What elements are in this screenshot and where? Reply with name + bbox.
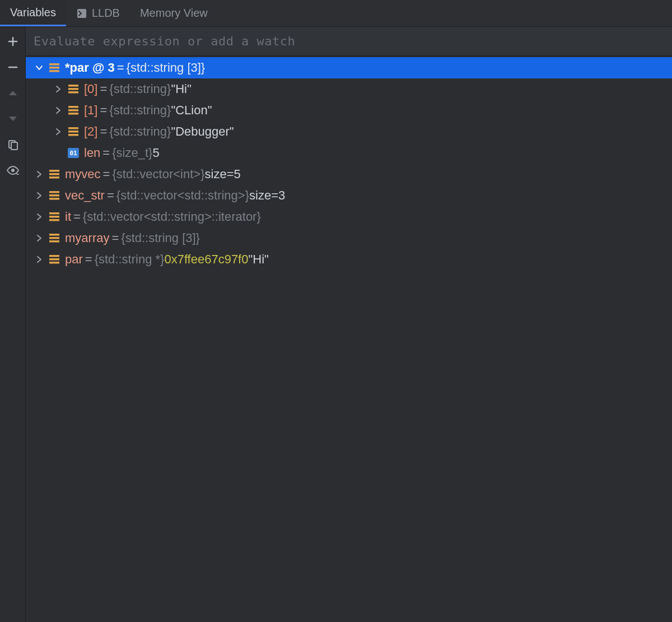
chevron-right-icon[interactable] bbox=[52, 125, 65, 138]
variable-name: vec_str bbox=[65, 188, 105, 203]
chevron-down-icon[interactable] bbox=[32, 61, 46, 75]
svg-rect-21 bbox=[49, 191, 59, 193]
struct-icon bbox=[48, 168, 60, 180]
svg-rect-7 bbox=[68, 85, 78, 87]
variable-name: [0] bbox=[84, 82, 97, 96]
svg-rect-9 bbox=[68, 91, 78, 94]
variable-row-myvec[interactable]: myvec = {std::vector<int>} size=5 bbox=[26, 164, 672, 185]
chevron-right-icon[interactable] bbox=[32, 189, 46, 202]
svg-rect-2 bbox=[11, 142, 17, 150]
variable-value: "Debugger" bbox=[171, 124, 234, 139]
variable-name: par bbox=[65, 252, 83, 267]
svg-rect-8 bbox=[68, 88, 78, 90]
variable-type: {std::string} bbox=[109, 124, 171, 139]
chevron-right-icon[interactable] bbox=[32, 231, 46, 245]
svg-rect-19 bbox=[49, 173, 59, 175]
variable-type: {std::string} bbox=[109, 82, 171, 96]
chevron-right-icon[interactable] bbox=[52, 104, 65, 117]
variable-type: {std::string [3]} bbox=[127, 61, 206, 75]
variable-name: it bbox=[65, 210, 71, 224]
svg-rect-14 bbox=[68, 131, 78, 133]
eq: = bbox=[73, 210, 81, 224]
svg-rect-27 bbox=[49, 234, 59, 236]
tab-variables[interactable]: Variables bbox=[0, 0, 66, 26]
console-icon bbox=[76, 8, 87, 19]
chevron-right-icon[interactable] bbox=[52, 82, 65, 96]
tab-memory-label: Memory View bbox=[140, 7, 208, 20]
chevron-right-icon[interactable] bbox=[32, 253, 46, 266]
struct-icon bbox=[67, 83, 80, 95]
variable-row-vec-str[interactable]: vec_str = {std::vector<std::string>} siz… bbox=[26, 185, 672, 206]
tab-memory-view[interactable]: Memory View bbox=[130, 0, 218, 26]
tab-lldb[interactable]: LLDB bbox=[66, 0, 130, 26]
show-watches-button[interactable] bbox=[5, 163, 21, 178]
tab-variables-label: Variables bbox=[10, 6, 56, 19]
svg-rect-4 bbox=[49, 63, 59, 66]
svg-rect-25 bbox=[49, 216, 59, 218]
svg-rect-23 bbox=[49, 198, 59, 200]
variable-type: {std::vector<std::string>::iterator} bbox=[83, 210, 261, 224]
struct-icon bbox=[67, 126, 80, 138]
variable-type: {std::vector<int>} bbox=[112, 167, 204, 182]
eq: = bbox=[100, 124, 107, 139]
eq: = bbox=[103, 167, 110, 182]
eq: = bbox=[107, 188, 114, 203]
variable-row-index-1[interactable]: [1] = {std::string} "CLion" bbox=[26, 100, 672, 121]
svg-rect-20 bbox=[49, 177, 59, 179]
eq: = bbox=[102, 146, 110, 160]
variable-row-index-0[interactable]: [0] = {std::string} "Hi" bbox=[26, 78, 672, 100]
struct-icon bbox=[48, 211, 60, 223]
variable-row-myarray[interactable]: myarray = {std::string [3]} bbox=[26, 228, 672, 249]
eq: = bbox=[111, 231, 119, 245]
variable-row-it[interactable]: it = {std::vector<std::string>::iterator… bbox=[26, 206, 672, 228]
svg-rect-13 bbox=[68, 127, 78, 129]
variable-value: size=3 bbox=[249, 188, 285, 203]
variable-row-index-2[interactable]: [2] = {std::string} "Debugger" bbox=[26, 121, 672, 142]
svg-rect-12 bbox=[68, 113, 78, 115]
svg-rect-32 bbox=[49, 262, 59, 264]
variable-value: "Hi" bbox=[171, 82, 191, 96]
variable-type: {std::string *} bbox=[95, 252, 165, 267]
variables-tree[interactable]: *par @ 3 = {std::string [3]} [0 bbox=[26, 56, 672, 622]
variable-row-len[interactable]: 01 len = {size_t} 5 bbox=[26, 142, 672, 164]
struct-icon bbox=[48, 232, 60, 244]
svg-rect-22 bbox=[49, 194, 59, 197]
duplicate-watch-button[interactable] bbox=[5, 137, 21, 152]
svg-rect-11 bbox=[68, 109, 78, 112]
variable-row-par[interactable]: par = {std::string *} 0x7ffee67c97f0 "Hi… bbox=[26, 249, 672, 270]
svg-rect-28 bbox=[49, 237, 59, 239]
svg-rect-30 bbox=[49, 255, 59, 257]
add-watch-button[interactable] bbox=[5, 34, 21, 49]
variable-type: {size_t} bbox=[112, 146, 152, 160]
variable-address: 0x7ffee67c97f0 bbox=[164, 252, 248, 267]
watch-expression-input[interactable]: Evaluate expression or add a watch bbox=[26, 27, 672, 56]
struct-icon bbox=[48, 62, 60, 74]
eq: = bbox=[117, 61, 124, 75]
variable-name: [2] bbox=[84, 124, 97, 139]
variable-name: myvec bbox=[65, 167, 101, 182]
variable-value: size=5 bbox=[205, 167, 241, 182]
variable-name: myarray bbox=[65, 231, 109, 245]
variable-type: {std::string [3]} bbox=[121, 231, 200, 245]
remove-watch-button[interactable] bbox=[5, 59, 21, 75]
svg-rect-24 bbox=[49, 212, 59, 215]
eq: = bbox=[100, 82, 107, 96]
struct-icon bbox=[48, 189, 60, 202]
variable-name: [1] bbox=[84, 103, 97, 118]
variable-name: *par @ 3 bbox=[65, 61, 115, 75]
move-down-button[interactable] bbox=[5, 111, 21, 127]
variable-type: {std::vector<std::string>} bbox=[116, 188, 249, 203]
toolbar-gutter bbox=[0, 27, 26, 622]
svg-point-3 bbox=[11, 169, 15, 172]
chevron-right-icon[interactable] bbox=[32, 210, 46, 224]
move-up-button[interactable] bbox=[5, 85, 21, 101]
svg-rect-15 bbox=[68, 134, 78, 136]
eq: = bbox=[85, 252, 92, 267]
chevron-right-icon[interactable] bbox=[32, 168, 46, 181]
debugger-tab-bar: Variables LLDB Memory View bbox=[0, 0, 672, 27]
variable-name: len bbox=[84, 146, 100, 160]
variable-row-par-at-3[interactable]: *par @ 3 = {std::string [3]} bbox=[26, 57, 672, 78]
variable-value: "CLion" bbox=[171, 103, 212, 118]
svg-rect-18 bbox=[49, 170, 59, 172]
svg-rect-10 bbox=[68, 106, 78, 108]
